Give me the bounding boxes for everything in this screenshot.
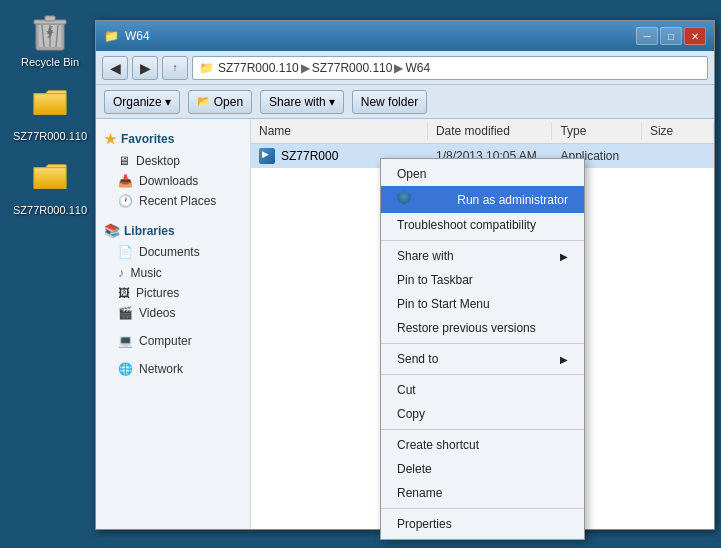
close-button[interactable]: ✕ xyxy=(684,27,706,45)
address-bar: ◀ ▶ ↑ 📁 SZ77R000.110 ▶ SZ77R000.110 ▶ W6… xyxy=(96,51,714,85)
col-header-type[interactable]: Type xyxy=(552,122,642,140)
desktop-icon-recycle-bin[interactable]: Recycle Bin xyxy=(10,8,90,72)
title-bar-controls: ─ □ ✕ xyxy=(636,27,706,45)
libraries-label: Libraries xyxy=(124,224,175,238)
ctx-item-label-rename: Rename xyxy=(397,486,442,500)
folder2-icon xyxy=(32,160,68,200)
desktop: Recycle Bin SZ77R000.110 xyxy=(0,0,100,548)
context-menu-item-pin-taskbar[interactable]: Pin to Taskbar xyxy=(381,268,584,292)
libraries-icon: 📚 xyxy=(104,223,120,238)
context-menu-item-share-with[interactable]: Share with▶ xyxy=(381,244,584,268)
context-menu-item-properties[interactable]: Properties xyxy=(381,512,584,536)
open-button[interactable]: 📂 Open xyxy=(188,90,252,114)
sidebar-item-network[interactable]: 🌐 Network xyxy=(96,359,250,379)
favorites-label: Favorites xyxy=(121,132,174,146)
col-header-date[interactable]: Date modified xyxy=(428,122,552,140)
sidebar-music-label: Music xyxy=(131,266,162,280)
sidebar-item-videos[interactable]: 🎬 Videos xyxy=(96,303,250,323)
context-menu-item-troubleshoot[interactable]: Troubleshoot compatibility xyxy=(381,213,584,237)
forward-button[interactable]: ▶ xyxy=(132,56,158,80)
ctx-item-label-share-with: Share with xyxy=(397,249,454,263)
folder2-label: SZ77R000.110 xyxy=(13,204,87,216)
recent-folder-icon: 🕐 xyxy=(118,194,133,208)
maximize-button[interactable]: □ xyxy=(660,27,682,45)
desktop-icon-folder2[interactable]: SZ77R000.110 xyxy=(10,156,90,220)
window-icon: 📁 xyxy=(104,29,119,43)
sidebar-videos-label: Videos xyxy=(139,306,175,320)
context-menu-item-cut[interactable]: Cut xyxy=(381,378,584,402)
open-label: Open xyxy=(214,95,243,109)
context-menu-item-open[interactable]: Open xyxy=(381,162,584,186)
sidebar-item-documents[interactable]: 📄 Documents xyxy=(96,242,250,262)
sidebar-downloads-label: Downloads xyxy=(139,174,198,188)
ctx-item-label-pin-taskbar: Pin to Taskbar xyxy=(397,273,473,287)
col-header-size[interactable]: Size xyxy=(642,122,714,140)
context-menu-item-delete[interactable]: Delete xyxy=(381,457,584,481)
ctx-item-label-cut: Cut xyxy=(397,383,416,397)
sidebar-documents-label: Documents xyxy=(139,245,200,259)
open-icon: 📂 xyxy=(197,95,211,108)
sidebar-divider-3 xyxy=(96,351,250,359)
sidebar-item-downloads[interactable]: 📥 Downloads xyxy=(96,171,250,191)
ctx-item-label-pin-start: Pin to Start Menu xyxy=(397,297,490,311)
context-menu-item-rename[interactable]: Rename xyxy=(381,481,584,505)
context-menu-item-pin-start[interactable]: Pin to Start Menu xyxy=(381,292,584,316)
path-folder-icon: 📁 xyxy=(199,61,214,75)
context-menu-item-send-to[interactable]: Send to▶ xyxy=(381,347,584,371)
shield-icon xyxy=(397,191,411,208)
ctx-item-label-troubleshoot: Troubleshoot compatibility xyxy=(397,218,536,232)
minimize-button[interactable]: ─ xyxy=(636,27,658,45)
sidebar-desktop-label: Desktop xyxy=(136,154,180,168)
path-part-2: SZ77R000.110 xyxy=(312,61,393,75)
column-headers: Name Date modified Type Size xyxy=(251,119,714,144)
ctx-item-label-copy: Copy xyxy=(397,407,425,421)
libraries-section-header[interactable]: 📚 Libraries xyxy=(96,219,250,242)
title-bar: 📁 W64 ─ □ ✕ xyxy=(96,21,714,51)
submenu-arrow-icon: ▶ xyxy=(560,251,568,262)
context-menu-item-run-as-admin[interactable]: Run as administrator xyxy=(381,186,584,213)
folder1-icon xyxy=(32,86,68,126)
recycle-bin-label: Recycle Bin xyxy=(21,56,79,68)
sidebar: ★ Favorites 🖥 Desktop 📥 Downloads 🕐 Rece… xyxy=(96,119,251,529)
context-menu-separator xyxy=(381,343,584,344)
folder1-label: SZ77R000.110 xyxy=(13,130,87,142)
context-menu-separator xyxy=(381,429,584,430)
sidebar-divider-2 xyxy=(96,323,250,331)
organize-arrow-icon: ▾ xyxy=(165,95,171,109)
downloads-folder-icon: 📥 xyxy=(118,174,133,188)
col-header-name[interactable]: Name xyxy=(251,122,428,140)
address-path[interactable]: 📁 SZ77R000.110 ▶ SZ77R000.110 ▶ W64 xyxy=(192,56,708,80)
path-part-1: SZ77R000.110 xyxy=(218,61,299,75)
videos-icon: 🎬 xyxy=(118,306,133,320)
share-with-button[interactable]: Share with ▾ xyxy=(260,90,344,114)
up-button[interactable]: ↑ xyxy=(162,56,188,80)
pictures-icon: 🖼 xyxy=(118,286,130,300)
star-icon: ★ xyxy=(104,131,117,147)
ctx-item-label-open: Open xyxy=(397,167,426,181)
back-button[interactable]: ◀ xyxy=(102,56,128,80)
ctx-item-label-create-shortcut: Create shortcut xyxy=(397,438,479,452)
desktop-folder-icon: 🖥 xyxy=(118,154,130,168)
sidebar-recent-label: Recent Places xyxy=(139,194,216,208)
submenu-arrow-icon: ▶ xyxy=(560,354,568,365)
organize-button[interactable]: Organize ▾ xyxy=(104,90,180,114)
ctx-item-label-restore: Restore previous versions xyxy=(397,321,536,335)
sidebar-computer-label: Computer xyxy=(139,334,192,348)
music-icon: ♪ xyxy=(118,265,125,280)
favorites-section-header[interactable]: ★ Favorites xyxy=(96,127,250,151)
svg-rect-3 xyxy=(45,16,55,21)
sidebar-item-desktop[interactable]: 🖥 Desktop xyxy=(96,151,250,171)
path-arrow-1: ▶ xyxy=(301,61,310,75)
context-menu-item-restore[interactable]: Restore previous versions xyxy=(381,316,584,340)
sidebar-item-computer[interactable]: 💻 Computer xyxy=(96,331,250,351)
sidebar-network-label: Network xyxy=(139,362,183,376)
context-menu-item-copy[interactable]: Copy xyxy=(381,402,584,426)
toolbar: Organize ▾ 📂 Open Share with ▾ New folde… xyxy=(96,85,714,119)
sidebar-item-music[interactable]: ♪ Music xyxy=(96,262,250,283)
sidebar-item-pictures[interactable]: 🖼 Pictures xyxy=(96,283,250,303)
sidebar-item-recent[interactable]: 🕐 Recent Places xyxy=(96,191,250,211)
context-menu-item-create-shortcut[interactable]: Create shortcut xyxy=(381,433,584,457)
desktop-icon-folder1[interactable]: SZ77R000.110 xyxy=(10,82,90,146)
recycle-bin-icon xyxy=(32,12,68,52)
new-folder-button[interactable]: New folder xyxy=(352,90,427,114)
